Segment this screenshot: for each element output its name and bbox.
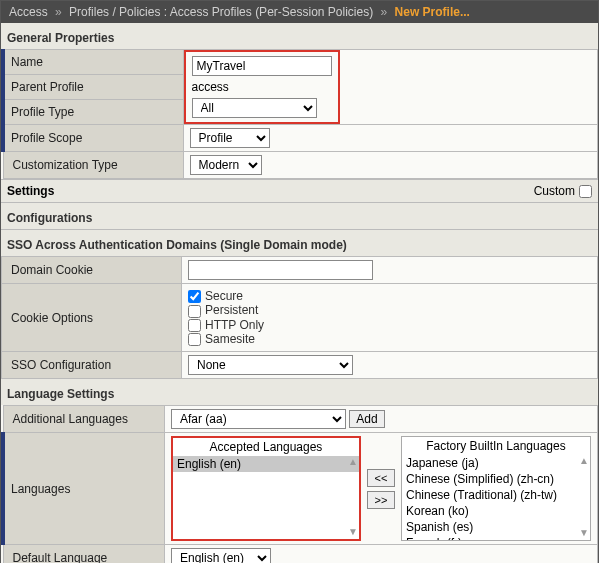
additional-languages-select[interactable]: Afar (aa) [171, 409, 346, 429]
secure-checkbox[interactable] [188, 290, 201, 303]
domain-cookie-input[interactable] [188, 260, 373, 280]
persistent-checkbox[interactable] [188, 305, 201, 318]
persistent-label: Persistent [205, 303, 258, 317]
breadcrumb-level1[interactable]: Access [9, 5, 48, 19]
language-table: Additional Languages Afar (aa) Add Langu… [1, 405, 598, 563]
custom-checkbox[interactable] [579, 185, 592, 198]
list-item[interactable]: Japanese (ja) [402, 455, 590, 471]
highlight-box-general: access All [184, 50, 340, 124]
parent-profile-label: Parent Profile [3, 75, 183, 100]
samesite-checkbox[interactable] [188, 333, 201, 346]
list-item[interactable]: Chinese (Traditional) (zh-tw) [402, 487, 590, 503]
default-language-select[interactable]: English (en) [171, 548, 271, 563]
section-config-title: Configurations [1, 203, 598, 230]
profile-scope-label: Profile Scope [3, 125, 183, 152]
accepted-languages-list[interactable]: Accepted Languages English (en) ▲ ▼ [171, 436, 361, 541]
scroll-up-icon[interactable]: ▲ [579, 455, 589, 466]
list-item[interactable]: English (en) [173, 456, 359, 472]
sso-config-select[interactable]: None [188, 355, 353, 375]
domain-cookie-label: Domain Cookie [2, 257, 182, 284]
section-general-title: General Properties [1, 23, 598, 49]
cookie-options-group: Secure Persistent HTTP Only Samesite [188, 287, 591, 348]
parent-profile-value: access [192, 78, 332, 96]
list-item[interactable]: Korean (ko) [402, 503, 590, 519]
section-language-title: Language Settings [1, 379, 598, 405]
scroll-down-icon[interactable]: ▼ [348, 526, 358, 537]
secure-label: Secure [205, 289, 243, 303]
section-sso-title: SSO Across Authentication Domains (Singl… [1, 230, 598, 256]
scroll-up-icon[interactable]: ▲ [348, 456, 358, 467]
factory-languages-list[interactable]: Factory BuiltIn Languages Japanese (ja) … [401, 436, 591, 541]
breadcrumb-sep: » [55, 5, 62, 19]
name-input[interactable] [192, 56, 332, 76]
profile-type-select[interactable]: All [192, 98, 317, 118]
languages-label: Languages [3, 433, 165, 545]
breadcrumb-level2[interactable]: Profiles / Policies : Access Profiles (P… [69, 5, 373, 19]
scroll-down-icon[interactable]: ▼ [579, 527, 589, 538]
sso-config-label: SSO Configuration [2, 352, 182, 379]
customization-type-label: Customization Type [3, 152, 183, 179]
profile-type-label: Profile Type [3, 100, 183, 125]
add-language-button[interactable]: Add [349, 410, 384, 428]
accepted-languages-title: Accepted Languages [173, 438, 359, 456]
httponly-checkbox[interactable] [188, 319, 201, 332]
breadcrumb-sep: » [381, 5, 388, 19]
sso-table: Domain Cookie Cookie Options Secure Pers… [1, 256, 598, 379]
additional-languages-label: Additional Languages [3, 406, 165, 433]
default-language-label: Default Language [3, 545, 165, 563]
move-right-button[interactable]: >> [367, 491, 395, 509]
list-item[interactable]: Spanish (es) [402, 519, 590, 535]
breadcrumb-new: New Profile... [395, 5, 470, 19]
general-properties-table: Name access All Parent Profile Profi [1, 49, 598, 179]
name-label: Name [3, 50, 183, 75]
samesite-label: Samesite [205, 332, 255, 346]
factory-languages-title: Factory BuiltIn Languages [402, 437, 590, 455]
section-settings-title: Settings [7, 184, 54, 198]
list-item[interactable]: French (fr) [402, 535, 590, 540]
breadcrumb: Access » Profiles / Policies : Access Pr… [1, 1, 598, 23]
profile-scope-select[interactable]: Profile [190, 128, 270, 148]
custom-label: Custom [534, 184, 575, 198]
cookie-options-label: Cookie Options [2, 284, 182, 352]
move-left-button[interactable]: << [367, 469, 395, 487]
list-item[interactable]: Chinese (Simplified) (zh-cn) [402, 471, 590, 487]
httponly-label: HTTP Only [205, 318, 264, 332]
customization-type-select[interactable]: Modern [190, 155, 262, 175]
